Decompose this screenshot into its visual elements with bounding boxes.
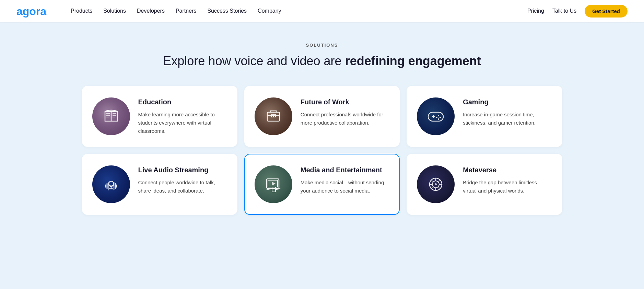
card-title-metaverse: Metaverse [463, 165, 552, 174]
card-image-gaming [417, 97, 455, 135]
nav-link-products[interactable]: Products [71, 8, 92, 14]
svg-rect-5 [428, 112, 443, 121]
card-future-of-work[interactable]: Future of Work Connect professionals wor… [244, 86, 400, 147]
svg-text:agora: agora [16, 5, 46, 18]
card-desc-live-audio: Connect people worldwide to talk, share … [138, 178, 227, 195]
work-icon [264, 107, 283, 126]
audio-icon [101, 174, 121, 195]
svg-rect-25 [272, 187, 276, 192]
navbar: agora Products Solutions Developers Part… [0, 0, 644, 22]
book-icon [102, 107, 121, 126]
svg-line-34 [431, 180, 433, 182]
svg-point-10 [436, 117, 437, 118]
svg-point-9 [440, 117, 441, 118]
card-live-audio[interactable]: Live Audio Streaming Connect people worl… [82, 154, 237, 215]
nav-right: Pricing Talk to Us Get Started [527, 5, 628, 18]
nav-talk-link[interactable]: Talk to Us [552, 8, 576, 14]
svg-point-11 [438, 118, 439, 120]
media-icon [263, 174, 284, 195]
svg-line-37 [431, 187, 433, 189]
card-media-entertainment[interactable]: Media and Entertainment Make media socia… [244, 154, 400, 215]
svg-line-35 [438, 187, 440, 189]
card-image-future-work [255, 97, 292, 135]
card-image-education [92, 97, 130, 135]
section-label: SOLUTIONS [27, 43, 617, 48]
card-desc-metaverse: Bridge the gap between limitless virtual… [463, 178, 552, 195]
card-desc-education: Make learning more accessible to student… [138, 111, 227, 135]
card-desc-gaming: Increase in-game session time, stickines… [463, 111, 552, 127]
main-content: SOLUTIONS Explore how voice and video ar… [13, 22, 631, 229]
card-title-education: Education [138, 97, 227, 106]
card-desc-media: Make media social—without sending your a… [301, 178, 389, 195]
card-image-live-audio [92, 165, 130, 203]
nav-link-solutions[interactable]: Solutions [103, 8, 126, 14]
card-text-future-work: Future of Work Connect professionals wor… [301, 97, 389, 127]
heading-bold: redefining engagement [345, 54, 481, 68]
card-education[interactable]: Education Make learning more accessible … [82, 86, 237, 147]
card-image-media [255, 165, 292, 203]
metaverse-icon [425, 174, 446, 195]
nav-link-partners[interactable]: Partners [176, 8, 196, 14]
nav-link-developers[interactable]: Developers [137, 8, 165, 14]
card-desc-future-work: Connect professionals worldwide for more… [301, 111, 389, 127]
card-text-media: Media and Entertainment Make media socia… [301, 165, 389, 195]
card-text-education: Education Make learning more accessible … [138, 97, 227, 135]
nav-link-success-stories[interactable]: Success Stories [207, 8, 247, 14]
svg-point-29 [435, 183, 437, 185]
svg-line-36 [438, 180, 440, 182]
logo[interactable]: agora [16, 4, 54, 18]
cards-grid: Education Make learning more accessible … [82, 86, 562, 215]
get-started-button[interactable]: Get Started [585, 5, 628, 18]
card-title-media: Media and Entertainment [301, 165, 389, 174]
card-title-gaming: Gaming [463, 97, 552, 106]
svg-marker-23 [272, 182, 276, 186]
gamepad-icon [425, 106, 446, 127]
nav-links: Products Solutions Developers Partners S… [71, 8, 527, 14]
nav-pricing-link[interactable]: Pricing [527, 8, 544, 14]
card-title-future-work: Future of Work [301, 97, 389, 106]
nav-link-company[interactable]: Company [258, 8, 281, 14]
card-metaverse[interactable]: Metaverse Bridge the gap between limitle… [407, 154, 562, 215]
svg-point-8 [438, 115, 439, 116]
section-heading: Explore how voice and video are redefini… [27, 53, 617, 69]
card-image-metaverse [417, 165, 455, 203]
card-text-gaming: Gaming Increase in-game session time, st… [463, 97, 552, 127]
card-text-metaverse: Metaverse Bridge the gap between limitle… [463, 165, 552, 195]
card-gaming[interactable]: Gaming Increase in-game session time, st… [407, 86, 562, 147]
card-text-live-audio: Live Audio Streaming Connect people worl… [138, 165, 227, 195]
heading-plain: Explore how voice and video are [163, 54, 345, 68]
card-title-live-audio: Live Audio Streaming [138, 165, 227, 174]
